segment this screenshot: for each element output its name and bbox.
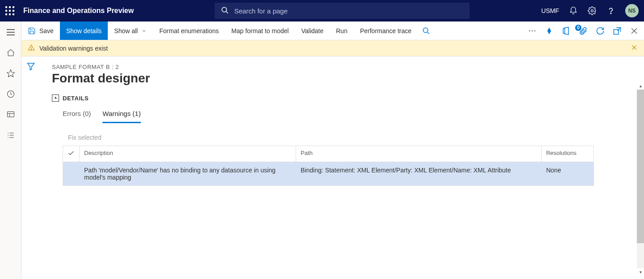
gear-icon[interactable]: [588, 6, 597, 15]
svg-marker-28: [28, 63, 34, 70]
help-icon[interactable]: [606, 6, 615, 15]
app-title: Finance and Operations Preview: [23, 7, 134, 15]
action-search-button[interactable]: [418, 21, 435, 40]
map-format-button[interactable]: Map format to model: [225, 21, 295, 40]
svg-point-19: [534, 30, 536, 31]
svg-point-18: [532, 30, 533, 31]
chevron-down-icon: [141, 28, 147, 34]
fix-selected-button[interactable]: Fix selected: [68, 134, 632, 141]
save-label: Save: [39, 27, 54, 34]
validate-label: Validate: [301, 27, 324, 34]
filter-icon[interactable]: [26, 62, 35, 71]
format-enumerations-label: Format enumerations: [159, 27, 219, 34]
office-icon[interactable]: [562, 26, 571, 35]
performance-trace-label: Performance trace: [360, 27, 411, 34]
table-row[interactable]: Path 'model/Vendor/Name' has no binding …: [63, 162, 594, 186]
row-checkbox[interactable]: [63, 162, 80, 186]
show-all-label: Show all: [114, 27, 138, 34]
close-icon[interactable]: [630, 26, 639, 35]
attachments-badge: 0: [575, 25, 581, 31]
power-apps-icon[interactable]: [545, 26, 554, 35]
format-enumerations-button[interactable]: Format enumerations: [153, 21, 225, 40]
scroll-down-icon[interactable]: ▾: [637, 270, 644, 275]
run-label: Run: [336, 27, 347, 34]
details-label: DETAILS: [63, 95, 89, 102]
cell-resolutions: None: [542, 162, 594, 186]
col-resolutions[interactable]: Resolutions: [542, 146, 594, 162]
hamburger-icon[interactable]: [6, 28, 15, 37]
waffle-icon[interactable]: [5, 6, 14, 15]
attachments-icon[interactable]: 0: [579, 26, 588, 35]
modules-icon[interactable]: [6, 131, 15, 140]
workspace-icon[interactable]: [6, 110, 15, 119]
breadcrumb: SAMPLE FORMAT B : 2: [52, 64, 632, 70]
recent-icon[interactable]: [6, 90, 15, 99]
svg-point-17: [529, 30, 530, 31]
global-search[interactable]: [215, 3, 470, 19]
details-toggle[interactable]: [52, 94, 59, 102]
map-format-label: Map format to model: [231, 27, 288, 34]
show-details-label: Show details: [66, 27, 102, 34]
avatar[interactable]: NS: [625, 4, 639, 17]
bell-icon[interactable]: [569, 6, 578, 15]
banner-close-icon[interactable]: [631, 44, 638, 52]
left-rail: [0, 21, 21, 279]
page-title: Format designer: [52, 71, 632, 86]
cell-path: Binding: Statement: XML Element/Party: X…: [296, 162, 542, 186]
warnings-table: Description Path Resolutions Path 'model…: [63, 146, 594, 186]
svg-point-15: [423, 28, 428, 33]
select-all-checkbox[interactable]: [63, 146, 80, 162]
cell-description: Path 'model/Vendor/Name' has no binding …: [80, 162, 296, 186]
show-details-button[interactable]: Show details: [60, 21, 108, 40]
validate-button[interactable]: Validate: [295, 21, 330, 40]
performance-trace-button[interactable]: Performance trace: [354, 21, 418, 40]
star-icon[interactable]: [6, 69, 15, 78]
svg-rect-6: [7, 112, 14, 117]
svg-marker-29: [54, 96, 57, 99]
run-button[interactable]: Run: [330, 21, 354, 40]
show-all-button[interactable]: Show all: [108, 21, 153, 40]
tab-errors[interactable]: Errors (0): [63, 107, 91, 123]
search-icon: [221, 6, 234, 16]
legal-entity[interactable]: USMF: [541, 7, 559, 14]
popout-icon[interactable]: [613, 26, 622, 35]
svg-line-1: [226, 11, 228, 13]
warning-icon: [28, 44, 35, 52]
svg-point-0: [222, 7, 227, 12]
refresh-icon[interactable]: [596, 26, 605, 35]
more-icon[interactable]: [528, 26, 537, 35]
svg-point-2: [591, 10, 593, 12]
home-icon[interactable]: [6, 48, 15, 57]
svg-point-3: [610, 13, 611, 14]
svg-line-16: [427, 32, 429, 34]
svg-marker-4: [7, 70, 14, 77]
scrollbar[interactable]: ▴ ▾: [637, 83, 644, 275]
col-description[interactable]: Description: [80, 146, 296, 162]
tab-warnings[interactable]: Warnings (1): [102, 107, 140, 123]
banner-text: Validation warnings exist: [39, 45, 108, 52]
validation-banner: Validation warnings exist: [21, 40, 644, 56]
save-button[interactable]: Save: [21, 21, 60, 40]
svg-point-25: [31, 49, 31, 49]
scroll-up-icon[interactable]: ▴: [637, 83, 644, 88]
col-path[interactable]: Path: [296, 146, 542, 162]
search-input[interactable]: [234, 7, 463, 15]
